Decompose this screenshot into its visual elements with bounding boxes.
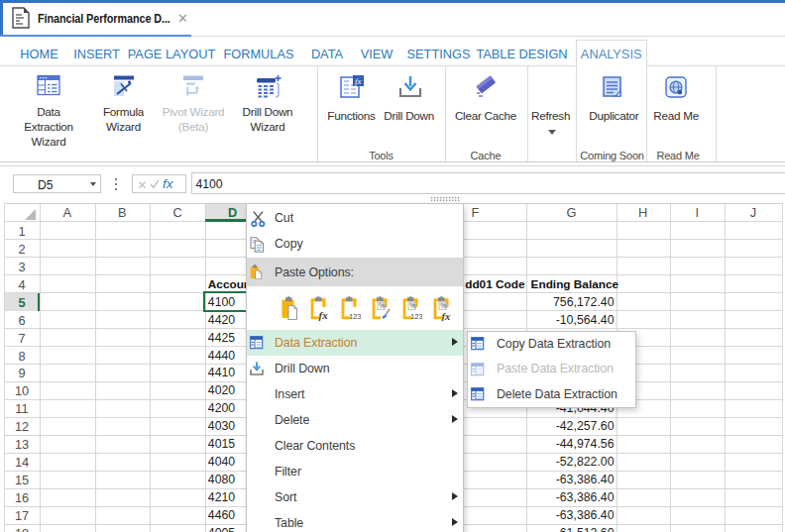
svg-text:%: % — [440, 302, 446, 309]
svg-text:fx: fx — [355, 76, 362, 86]
svg-text:123: 123 — [349, 311, 361, 320]
svg-text:%: % — [379, 302, 385, 309]
svg-text:123: 123 — [410, 312, 422, 321]
svg-text:%: % — [409, 302, 415, 309]
svg-text:fx: fx — [319, 309, 329, 321]
svg-text:fx: fx — [442, 311, 451, 321]
